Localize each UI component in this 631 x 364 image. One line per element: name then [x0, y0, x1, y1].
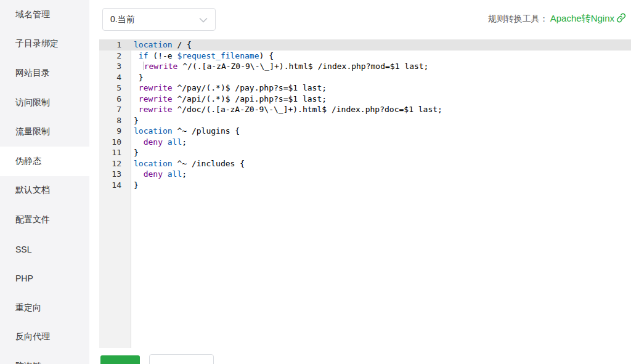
line-code: location ^~ /plugins {: [127, 126, 240, 137]
sidebar-item-site-dir[interactable]: 网站目录: [0, 59, 89, 88]
line-number: 14: [99, 180, 127, 191]
sidebar-item-label: 重定向: [15, 302, 41, 313]
line-number: 5: [99, 83, 127, 94]
line-code: rewrite ^/doc/(.[a-zA-Z0-9\-\_]+).html$ …: [127, 104, 442, 115]
sidebar-item-rewrite[interactable]: 伪静态: [0, 147, 89, 176]
line-code: location ^~ /includes {: [127, 158, 245, 169]
sidebar-item-label: 子目录绑定: [15, 38, 59, 49]
line-code: rewrite ^/pay/(.*)$ /pay.php?s=$1 last;: [127, 83, 327, 94]
sidebar-item-domain-manage[interactable]: 域名管理: [0, 0, 89, 30]
line-number: 6: [99, 94, 127, 105]
sidebar-item-config-file[interactable]: 配置文件: [0, 205, 89, 235]
editor-line-3: 3 rewrite ^/(.[a-zA-Z0-9\-\_]+).html$ /i…: [99, 61, 631, 72]
apache-to-nginx-link-text: Apache转Nginx: [550, 13, 614, 25]
sidebar-item-label: 防盗链: [15, 361, 41, 364]
secondary-button[interactable]: [149, 354, 214, 364]
sidebar-item-redirect[interactable]: 重定向: [0, 293, 89, 323]
line-number: 13: [99, 169, 127, 180]
sidebar-item-label: 反向代理: [15, 331, 50, 342]
line-number: 7: [99, 104, 127, 115]
line-number: 10: [99, 137, 127, 148]
sidebar-item-ssl[interactable]: SSL: [0, 235, 89, 264]
sidebar-item-hotlink[interactable]: 防盗链: [0, 352, 89, 364]
chevron-down-icon: [199, 15, 208, 25]
sidebar-item-subdir-bind[interactable]: 子目录绑定: [0, 30, 89, 59]
editor-line-6: 6 rewrite ^/api/(.*)$ /api.php?s=$1 last…: [99, 94, 631, 105]
sidebar-item-default-doc[interactable]: 默认文档: [0, 176, 89, 206]
sidebar: 域名管理子目录绑定网站目录访问限制流量限制伪静态默认文档配置文件SSLPHP重定…: [0, 0, 89, 364]
line-code: location / {: [127, 39, 192, 51]
sidebar-item-label: 网站目录: [15, 68, 50, 79]
line-number: 2: [99, 51, 127, 62]
editor-line-14: 14}: [99, 180, 631, 191]
editor-line-10: 10 deny all;: [99, 137, 631, 148]
sidebar-item-label: 默认文档: [15, 185, 50, 196]
main-content: 0.当前 规则转换工具： Apache转Nginx 1l: [89, 0, 631, 364]
sidebar-item-label: 访问限制: [15, 97, 50, 108]
editor-line-12: 12location ^~ /includes {: [99, 158, 631, 169]
editor-line-2: 2 if (!-e $request_filename) {: [99, 51, 631, 62]
line-code: deny all;: [127, 169, 187, 180]
sidebar-item-label: 伪静态: [15, 156, 41, 167]
sidebar-item-label: 域名管理: [15, 9, 50, 20]
editor-line-9: 9location ^~ /plugins {: [99, 126, 631, 137]
editor-line-4: 4 }: [99, 72, 631, 83]
line-code: if (!-e $request_filename) {: [127, 51, 274, 62]
line-code: rewrite ^/api/(.*)$ /api.php?s=$1 last;: [127, 94, 327, 105]
link-icon: [616, 13, 626, 25]
line-code: }: [127, 180, 139, 191]
code-editor[interactable]: 1location / {2 if (!-e $request_filename…: [99, 39, 631, 348]
line-code: }: [127, 115, 139, 126]
line-number: 8: [99, 115, 127, 126]
sidebar-item-traffic-limit[interactable]: 流量限制: [0, 117, 89, 147]
sidebar-item-label: 配置文件: [15, 214, 50, 225]
sidebar-item-reverse-proxy[interactable]: 反向代理: [0, 323, 89, 352]
rule-select-value: 0.当前: [110, 14, 135, 25]
sidebar-item-label: SSL: [15, 245, 31, 254]
line-number: 3: [99, 61, 127, 72]
line-number: 11: [99, 147, 127, 158]
sidebar-item-label: 流量限制: [15, 126, 50, 137]
line-number: 12: [99, 158, 127, 169]
line-code: }: [127, 72, 144, 83]
line-code: deny all;: [127, 137, 187, 148]
app-root: 域名管理子目录绑定网站目录访问限制流量限制伪静态默认文档配置文件SSLPHP重定…: [0, 0, 631, 364]
line-number: 9: [99, 126, 127, 137]
editor-line-5: 5 rewrite ^/pay/(.*)$ /pay.php?s=$1 last…: [99, 83, 631, 94]
sidebar-item-label: PHP: [15, 273, 33, 283]
editor-line-11: 11}: [99, 147, 631, 158]
rule-converter: 规则转换工具： Apache转Nginx: [488, 13, 626, 25]
save-button[interactable]: [100, 355, 140, 364]
line-code: rewrite ^/(.[a-zA-Z0-9\-\_]+).html$ /ind…: [127, 61, 428, 72]
editor-line-1: 1location / {: [99, 39, 631, 51]
sidebar-item-access-limit[interactable]: 访问限制: [0, 88, 89, 118]
editor-line-13: 13 deny all;: [99, 169, 631, 180]
line-number: 4: [99, 72, 127, 83]
converter-label: 规则转换工具：: [488, 14, 548, 25]
editor-line-7: 7 rewrite ^/doc/(.[a-zA-Z0-9\-\_]+).html…: [99, 104, 631, 115]
sidebar-item-php[interactable]: PHP: [0, 264, 89, 293]
line-code: }: [127, 147, 139, 158]
apache-to-nginx-link[interactable]: Apache转Nginx: [550, 13, 626, 25]
rule-select[interactable]: 0.当前: [102, 8, 216, 31]
line-number: 1: [99, 39, 127, 51]
editor-line-8: 8}: [99, 115, 631, 126]
